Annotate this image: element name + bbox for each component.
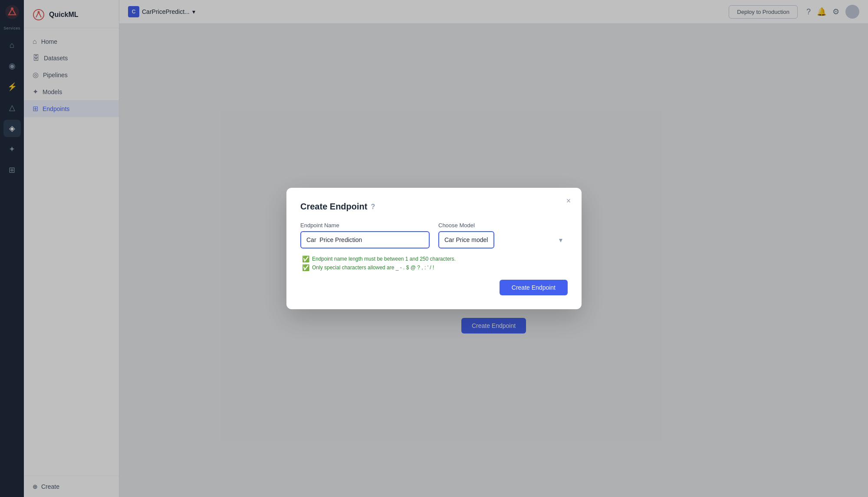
modal-fields: Endpoint Name Choose Model Car Price mod… bbox=[300, 222, 568, 248]
endpoint-name-input[interactable] bbox=[300, 231, 430, 248]
validation-messages: ✅ Endpoint name length must be between 1… bbox=[300, 255, 568, 271]
model-select-wrapper: Car Price model Model A Model B bbox=[438, 231, 568, 248]
create-endpoint-modal: × Create Endpoint ? Endpoint Name Choose… bbox=[286, 188, 582, 309]
validation-check-icon-1: ✅ bbox=[302, 255, 309, 262]
choose-model-label: Choose Model bbox=[438, 222, 568, 229]
modal-close-button[interactable]: × bbox=[562, 195, 575, 207]
endpoint-name-field-group: Endpoint Name bbox=[300, 222, 430, 248]
endpoint-name-label: Endpoint Name bbox=[300, 222, 430, 229]
validation-item-length: ✅ Endpoint name length must be between 1… bbox=[302, 255, 568, 262]
modal-help-icon[interactable]: ? bbox=[371, 203, 375, 211]
modal-submit-button[interactable]: Create Endpoint bbox=[500, 280, 568, 295]
main-area: C CarPricePredict... ▾ Deploy to Product… bbox=[119, 0, 868, 497]
modal-overlay: × Create Endpoint ? Endpoint Name Choose… bbox=[119, 0, 868, 497]
validation-text-2: Only special characters allowed are _ - … bbox=[312, 265, 434, 271]
validation-item-special: ✅ Only special characters allowed are _ … bbox=[302, 264, 568, 271]
validation-text-1: Endpoint name length must be between 1 a… bbox=[312, 256, 456, 262]
modal-title: Create Endpoint ? bbox=[300, 202, 568, 212]
choose-model-field-group: Choose Model Car Price model Model A Mod… bbox=[438, 222, 568, 248]
modal-actions: Create Endpoint bbox=[300, 280, 568, 295]
validation-check-icon-2: ✅ bbox=[302, 264, 309, 271]
model-select[interactable]: Car Price model Model A Model B bbox=[438, 231, 494, 248]
